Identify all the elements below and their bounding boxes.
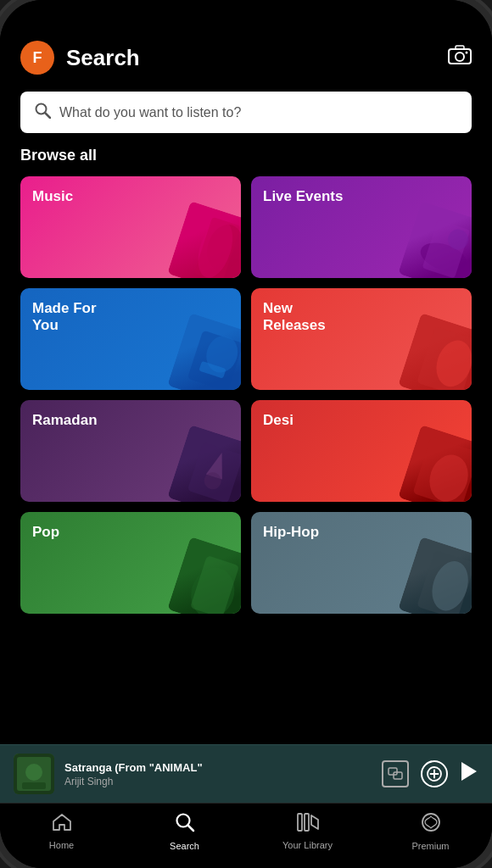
header: F Search [0, 34, 492, 85]
svg-point-27 [25, 764, 42, 781]
now-playing-controls [382, 760, 478, 788]
svg-rect-2 [456, 46, 464, 49]
card-live-events-label: Live Events [263, 188, 344, 205]
cards-grid: Music Live Events [20, 176, 472, 624]
svg-line-35 [187, 826, 193, 832]
hip-hop-art-figure [398, 537, 472, 614]
card-hip-hop-label: Hip-Hop [263, 524, 319, 541]
home-icon [52, 813, 72, 837]
card-pop[interactable]: Pop [20, 512, 241, 614]
now-playing-title: Satranga (From "ANIMAL" [64, 761, 372, 774]
svg-rect-36 [298, 814, 302, 831]
svg-rect-28 [22, 782, 46, 789]
svg-point-1 [456, 53, 464, 61]
made-for-you-art-figure [167, 313, 241, 390]
card-ramadan-label: Ramadan [32, 412, 98, 429]
search-placeholder: What do you want to listen to? [59, 105, 241, 120]
camera-icon[interactable] [448, 45, 472, 70]
card-pop-label: Pop [32, 524, 59, 541]
new-releases-art-figure [398, 313, 472, 390]
now-playing-info: Satranga (From "ANIMAL" Arijit Singh [64, 761, 372, 787]
svg-line-5 [45, 113, 50, 118]
desi-art-figure [398, 425, 472, 502]
nav-item-search[interactable]: Search [159, 812, 210, 851]
card-hip-hop[interactable]: Hip-Hop [251, 512, 472, 614]
card-music-label: Music [32, 188, 73, 205]
svg-rect-10 [422, 220, 471, 278]
status-bar [0, 0, 492, 34]
add-to-library-button[interactable] [421, 760, 448, 787]
nav-item-home[interactable]: Home [36, 813, 87, 850]
music-art-figure [167, 201, 241, 278]
svg-rect-37 [305, 814, 309, 831]
page-title: Search [66, 45, 140, 71]
search-icon [34, 102, 51, 123]
card-made-for-you-label: Made ForYou [32, 300, 97, 335]
search-bar[interactable]: What do you want to listen to? [20, 92, 472, 133]
svg-rect-29 [389, 768, 397, 775]
library-icon [297, 813, 319, 837]
nav-label-home: Home [49, 840, 74, 850]
nav-item-library[interactable]: Your Library [282, 813, 333, 850]
card-new-releases-label: NewReleases [263, 300, 326, 335]
svg-rect-30 [394, 772, 402, 779]
nav-label-search: Search [170, 841, 199, 851]
phone-screen: F Search [0, 0, 492, 868]
browse-label: Browse all [20, 147, 472, 164]
nav-item-premium[interactable]: Premium [405, 812, 456, 851]
now-playing-thumbnail [14, 754, 54, 794]
browse-section: Browse all Music [0, 147, 492, 744]
svg-point-3 [466, 52, 468, 54]
card-desi-label: Desi [263, 412, 294, 429]
card-music[interactable]: Music [20, 176, 241, 278]
search-nav-icon [175, 812, 195, 837]
nav-label-premium: Premium [411, 841, 449, 851]
connect-device-button[interactable] [382, 760, 409, 787]
card-live-events[interactable]: Live Events [251, 176, 472, 278]
header-left: F Search [20, 41, 140, 75]
now-playing-artist: Arijit Singh [64, 776, 372, 787]
card-ramadan[interactable]: Ramadan [20, 400, 241, 502]
phone-shell: F Search [0, 0, 492, 868]
search-bar-container: What do you want to listen to? [0, 85, 492, 147]
now-playing-bar[interactable]: Satranga (From "ANIMAL" Arijit Singh [0, 744, 492, 803]
ramadan-art-figure [167, 425, 241, 502]
pop-art-figure [167, 537, 241, 614]
card-new-releases[interactable]: NewReleases [251, 288, 472, 390]
card-made-for-you[interactable]: Made ForYou [20, 288, 241, 390]
live-events-art-figure [398, 201, 472, 278]
premium-icon [421, 812, 441, 837]
bottom-nav: Home Search [0, 803, 492, 868]
card-desi[interactable]: Desi [251, 400, 472, 502]
nav-label-library: Your Library [282, 840, 333, 850]
play-button[interactable] [460, 760, 478, 788]
avatar[interactable]: F [20, 41, 54, 75]
